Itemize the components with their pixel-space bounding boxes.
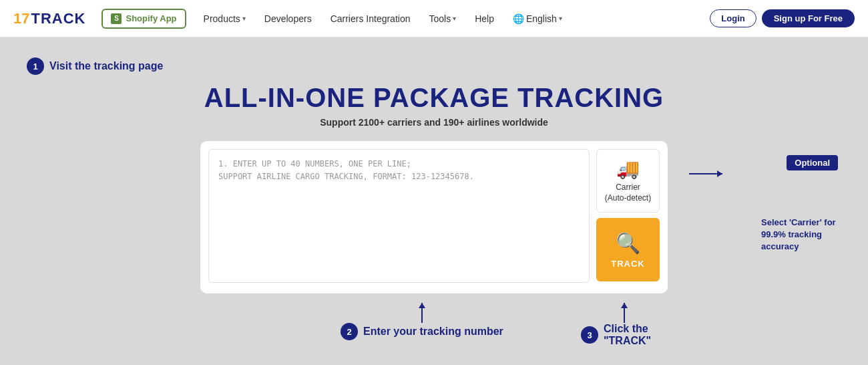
step-1-label: 1 Visit the tracking page [27,57,841,75]
logo-track: TRACK [31,10,85,27]
tracking-input-wrapper: 1. ENTER UP TO 40 NUMBERS, ONE PER LINE;… [208,149,590,285]
track-label: TRACK [611,259,645,269]
nav-products[interactable]: Products ▾ [197,13,252,24]
right-panel: 🚚 Carrier (Auto-detect) Optional [596,149,660,285]
logo-17: 17 [13,10,29,27]
chevron-down-icon-tools: ▾ [453,15,456,22]
subtitle: Support 2100+ carriers and 190+ airlines… [27,117,841,128]
shopify-label: Shopify App [126,13,176,23]
shopify-icon: S [111,13,122,24]
nav-tools[interactable]: Tools ▾ [422,13,463,24]
page-title: ALL-IN-ONE PACKAGE TRACKING [27,83,841,113]
nav-carriers-integration[interactable]: Carriers Integration [324,13,417,24]
step-2-annotation: 2 Enter your tracking number [341,303,503,340]
signup-button[interactable]: Sign up For Free [762,9,855,27]
nav-developers[interactable]: Developers [258,13,318,24]
carrier-selector[interactable]: 🚚 Carrier (Auto-detect) Optional [596,149,660,213]
shopify-app-button[interactable]: S Shopify App [101,9,186,29]
step-3-text: Click the "TRACK" [604,323,668,347]
globe-icon: 🌐 [513,13,524,24]
chevron-down-icon-lang: ▾ [559,15,562,22]
main-content: 1 Visit the tracking page ALL-IN-ONE PAC… [0,37,868,365]
step-3-circle: 3 [581,326,598,344]
step-1-text: Visit the tracking page [49,60,163,72]
optional-description: Select 'Carrier' for 99.9% tracking accu… [761,217,855,253]
optional-badge: Optional [787,155,838,170]
step-3-annotation: 3 Click the "TRACK" [581,303,668,347]
logo: 17 TRACK [13,10,85,27]
step-1-circle: 1 [27,57,44,75]
nav-help[interactable]: Help [468,13,501,24]
tracking-number-input[interactable]: 1. ENTER UP TO 40 NUMBERS, ONE PER LINE;… [208,149,590,283]
chevron-down-icon: ▾ [242,15,246,22]
tracking-container: 1. ENTER UP TO 40 NUMBERS, ONE PER LINE;… [200,141,668,293]
step-2-text: Enter your tracking number [363,326,503,338]
track-search-icon: 🔍 [616,231,640,255]
step-2-circle: 2 [341,323,358,340]
track-button[interactable]: 🔍 TRACK [596,218,660,281]
truck-icon: 🚚 [616,158,640,180]
nav-language[interactable]: 🌐 English ▾ [506,13,569,24]
login-button[interactable]: Login [710,9,756,27]
header: 17 TRACK S Shopify App Products ▾ Develo… [0,0,868,37]
carrier-label: Carrier (Auto-detect) [605,182,651,203]
